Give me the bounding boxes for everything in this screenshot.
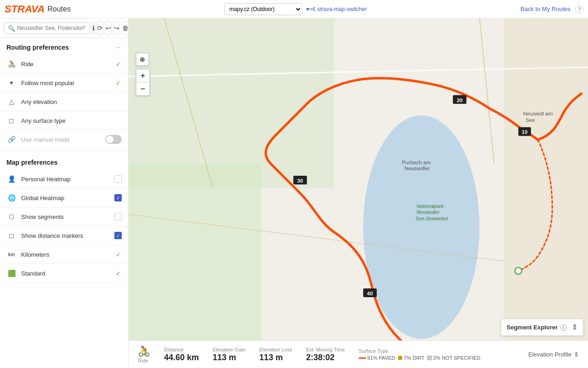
surface-type-label: Surface Type (359, 348, 481, 354)
pref-item-ride[interactable]: 🚴 Ride ✓ (0, 55, 128, 74)
surface-type-icon: ◻ (6, 115, 17, 126)
svg-point-1 (363, 115, 480, 339)
moving-time-group: Est. Moving Time 2:38:02 (306, 347, 345, 362)
map-area: ⚙ Neusiedl am See Purbach am Neusiedler … (129, 18, 588, 368)
zoom-out-button[interactable]: − (136, 82, 149, 95)
svg-text:30: 30 (297, 178, 303, 184)
follow-popular-icon: ✦ (6, 78, 17, 88)
strava-logo: STRAVA Routes (5, 3, 71, 15)
manual-mode-icon: 🔗 (6, 134, 17, 144)
global-heatmap-checkbox[interactable] (114, 194, 122, 201)
elevation-gain-group: Elevation Gain 113 m (213, 347, 246, 362)
standard-check: ✓ (114, 270, 122, 277)
kilometers-icon: km (6, 249, 17, 259)
pref-item-show-distance-markers[interactable]: ◻ Show distance markers (0, 226, 128, 245)
strava-icon: STRAVA (5, 3, 45, 15)
segment-explorer-info-icon[interactable]: i (560, 324, 567, 331)
redo-icon: ↪ (114, 24, 119, 32)
pref-item-show-segments[interactable]: ⬡ Show segments (0, 207, 128, 226)
show-distance-markers-label: Show distance markers (21, 232, 110, 239)
manual-mode-toggle[interactable] (105, 135, 122, 144)
distance-value: 44.60 km (164, 353, 199, 362)
pref-item-any-elevation[interactable]: △ Any elevation ✓ (0, 92, 128, 111)
show-distance-markers-checkbox[interactable] (114, 232, 122, 239)
surface-item-not-specified: 2% NOT SPECIFIED (427, 355, 481, 361)
global-heatmap-label: Global Heatmap (21, 195, 110, 201)
zoom-in-button[interactable]: + (136, 69, 149, 82)
refresh-button[interactable]: ⟳ (97, 21, 103, 35)
elevation-profile-button[interactable]: Elevation Profile ⇕ (528, 351, 579, 358)
segment-explorer-expand-icon[interactable]: ⇕ (571, 323, 577, 332)
locate-icon: ⊕ (140, 56, 145, 63)
undo-button[interactable]: ↩ (105, 21, 112, 35)
routing-preferences-title: Routing preferences (6, 44, 69, 51)
pref-item-manual-mode[interactable]: 🔗 Use manual mode (0, 130, 128, 149)
back-to-routes-link[interactable]: Back to My Routes (520, 6, 571, 12)
undo-icon: ↩ (106, 24, 111, 32)
svg-text:Nationalpark: Nationalpark (417, 203, 444, 209)
ride-icon: 🚴 (6, 59, 17, 69)
elevation-loss-label: Elevation Loss (260, 347, 293, 352)
stats-bar: 🚴 Ride Distance 44.60 km Elevation Gain … (129, 340, 588, 368)
standard-icon: 🟩 (6, 268, 17, 278)
manual-mode-label: Use manual mode (21, 136, 101, 143)
global-heatmap-icon: 🌐 (6, 193, 17, 203)
follow-popular-check: ✓ (114, 79, 122, 86)
kilometers-check: ✓ (114, 251, 122, 258)
map-container[interactable]: ⚙ Neusiedl am See Purbach am Neusiedler … (129, 18, 588, 368)
svg-point-9 (515, 268, 522, 275)
elevation-check: ✓ (114, 98, 122, 105)
svg-rect-2 (129, 18, 334, 188)
routes-title: Routes (47, 5, 71, 13)
pref-item-standard[interactable]: 🟩 Standard ✓ (0, 264, 128, 283)
pref-item-follow-most-popular[interactable]: ✦ Follow most popular ✓ (0, 74, 128, 92)
not-specified-dot (427, 356, 432, 360)
ride-label: Ride (21, 61, 110, 68)
search-input-wrap[interactable]: 🔍 (4, 23, 90, 34)
map-preferences-title: Map preferences (6, 159, 57, 166)
map-background: ⚙ Neusiedl am See Purbach am Neusiedler … (129, 18, 588, 368)
moving-time-value: 2:38:02 (306, 353, 345, 362)
elevation-profile-expand-icon: ⇕ (574, 351, 579, 358)
surface-item-dirt: 7% DIRT (398, 355, 424, 361)
svg-text:40: 40 (367, 290, 373, 296)
redo-button[interactable]: ↪ (113, 21, 120, 35)
show-segments-checkbox[interactable] (114, 213, 122, 220)
dirt-dot (398, 356, 402, 360)
search-toolbar-row: 🔍 ℹ ⟳ ↩ ↪ 🗑 Save (0, 18, 128, 38)
surface-item-paved: 91% PAVED (359, 355, 396, 361)
show-segments-label: Show segments (21, 213, 110, 220)
show-distance-markers-icon: ◻ (6, 230, 17, 241)
help-icon[interactable]: ? (575, 5, 583, 13)
delete-button[interactable]: 🗑 (122, 21, 129, 35)
elevation-loss-value: 113 m (260, 353, 293, 362)
surface-legend: 91% PAVED 7% DIRT 2% NOT SPECIFIED (359, 355, 481, 361)
map-type-select[interactable]: mapy.cz (Outdoor) (224, 3, 302, 15)
pref-item-any-surface-type[interactable]: ◻ Any surface type ✓ (0, 111, 128, 130)
routing-preferences-header: Routing preferences ← (0, 38, 128, 55)
svg-text:20: 20 (457, 97, 463, 103)
dirt-pct: 7% DIRT (404, 355, 424, 361)
svg-text:Neusiedler: Neusiedler (417, 209, 440, 215)
svg-text:Neusiedl am: Neusiedl am (523, 110, 553, 116)
refresh-icon: ⟳ (97, 24, 103, 32)
strava-map-switcher-link[interactable]: ♥=€ strava-map-switcher (306, 6, 367, 12)
header: STRAVA Routes mapy.cz (Outdoor) ♥=€ stra… (0, 0, 588, 18)
route-search-input[interactable] (17, 25, 86, 31)
info-button[interactable]: ℹ (92, 21, 95, 35)
personal-heatmap-checkbox[interactable] (114, 175, 122, 183)
distance-group: Distance 44.60 km (164, 347, 199, 362)
distance-label: Distance (164, 347, 199, 352)
show-segments-icon: ⬡ (6, 212, 17, 222)
trash-icon: 🗑 (122, 24, 129, 32)
pref-item-kilometers[interactable]: km Kilometers ✓ (0, 245, 128, 264)
svg-text:Purbach am: Purbach am (402, 159, 431, 165)
kilometers-label: Kilometers (21, 251, 110, 258)
moving-time-label: Est. Moving Time (306, 347, 345, 352)
routing-preferences-collapse-icon[interactable]: ← (116, 44, 122, 51)
pref-item-global-heatmap[interactable]: 🌐 Global Heatmap (0, 189, 128, 207)
ride-type-icon: 🚴 (138, 345, 150, 357)
ride-type-group: 🚴 Ride (138, 345, 150, 363)
pref-item-personal-heatmap[interactable]: 👤 Personal Heatmap (0, 170, 128, 189)
locate-me-button[interactable]: ⊕ (136, 53, 149, 66)
